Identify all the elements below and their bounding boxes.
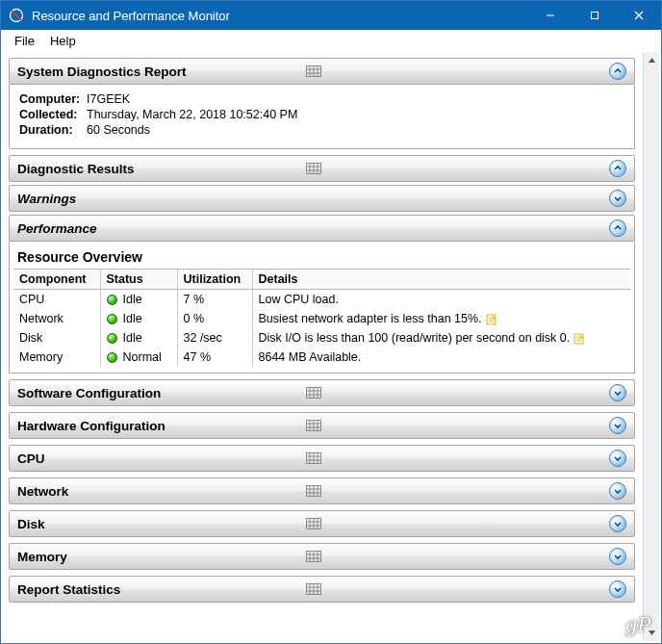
calendar-icon — [306, 65, 321, 77]
meta-row-computer: Computer: I7GEEK — [19, 92, 624, 106]
cell-status: Idle — [100, 290, 177, 310]
vertical-scrollbar[interactable] — [643, 52, 659, 641]
expand-toggle-icon[interactable] — [609, 190, 626, 207]
meta-label: Computer: — [19, 92, 87, 106]
column-header-utilization[interactable]: Utilization — [177, 270, 252, 290]
expand-toggle-icon[interactable] — [609, 450, 626, 467]
scroll-up-button[interactable] — [644, 52, 659, 68]
expand-toggle-icon[interactable] — [609, 482, 626, 500]
maximize-button[interactable] — [573, 1, 617, 30]
note-icon — [486, 314, 497, 325]
title-bar: Resource and Performance Monitor — [1, 1, 661, 30]
cell-details: Low CPU load. — [252, 290, 630, 310]
section-header-disk[interactable]: Disk — [9, 510, 635, 537]
section-title: Warnings — [17, 192, 314, 206]
section-header-network[interactable]: Network — [9, 477, 635, 504]
section-title: Performance — [17, 221, 314, 236]
calendar-icon — [306, 485, 321, 497]
system-diagnostics-body: Computer: I7GEEK Collected: Thursday, Ma… — [9, 85, 635, 149]
section-title: Memory — [17, 550, 306, 564]
section-header-diagnostic-results[interactable]: Diagnostic Results — [9, 155, 635, 182]
calendar-icon — [306, 452, 321, 464]
meta-value: I7GEEK — [87, 92, 130, 106]
calendar-icon — [306, 518, 321, 529]
table-row: NetworkIdle0 %Busiest network adapter is… — [13, 309, 630, 328]
cell-details: 8644 MB Available. — [252, 348, 630, 367]
section-title: Software Configuration — [17, 386, 306, 400]
expand-toggle-icon[interactable] — [609, 548, 626, 565]
cell-status: Idle — [100, 309, 177, 328]
minimize-button[interactable] — [528, 1, 573, 30]
meta-row-collected: Collected: Thursday, March 22, 2018 10:5… — [19, 108, 624, 121]
meta-value: Thursday, March 22, 2018 10:52:40 PM — [87, 108, 297, 121]
cell-utilization: 7 % — [177, 290, 252, 310]
section-header-warnings[interactable]: Warnings — [9, 185, 635, 212]
close-button[interactable] — [617, 1, 661, 30]
status-orb-icon — [107, 352, 117, 363]
collapse-toggle-icon[interactable] — [609, 63, 626, 80]
table-row: MemoryNormal47 %8644 MB Available. — [13, 348, 630, 367]
resource-overview-title: Resource Overview — [17, 249, 630, 265]
collapse-toggle-icon[interactable] — [609, 219, 626, 237]
expand-toggle-icon[interactable] — [609, 580, 626, 598]
section-header-software-configuration[interactable]: Software Configuration — [9, 379, 635, 406]
meta-label: Collected: — [19, 108, 87, 121]
collapse-toggle-icon[interactable] — [609, 160, 626, 177]
cell-component: Network — [13, 309, 100, 328]
expand-toggle-icon[interactable] — [609, 384, 626, 401]
section-header-cpu[interactable]: CPU — [9, 445, 635, 472]
svg-marker-69 — [649, 631, 655, 635]
table-row: DiskIdle32 /secDisk I/O is less than 100… — [13, 328, 630, 348]
cell-component: Disk — [13, 328, 100, 348]
status-orb-icon — [107, 314, 117, 324]
status-orb-icon — [107, 333, 117, 344]
scroll-down-button[interactable] — [644, 625, 659, 641]
app-icon — [9, 8, 24, 23]
cell-utilization: 47 % — [177, 348, 252, 367]
cell-utilization: 32 /sec — [177, 328, 252, 348]
cell-status: Idle — [100, 328, 177, 348]
svg-line-1 — [12, 11, 21, 20]
report-content: System Diagnostics Report Computer: I7GE… — [3, 52, 643, 641]
expand-toggle-icon[interactable] — [609, 515, 626, 532]
status-orb-icon — [107, 295, 117, 305]
calendar-icon — [306, 551, 321, 562]
section-header-hardware-configuration[interactable]: Hardware Configuration — [9, 412, 635, 439]
menu-file[interactable]: File — [7, 32, 42, 50]
note-icon — [573, 333, 585, 345]
svg-rect-3 — [592, 13, 598, 19]
column-header-status[interactable]: Status — [100, 270, 177, 290]
calendar-icon — [306, 163, 321, 174]
resource-overview-table: Component Status Utilization Details CPU… — [13, 269, 630, 367]
section-title: System Diagnostics Report — [17, 64, 306, 79]
meta-value: 60 Seconds — [87, 123, 150, 137]
svg-marker-68 — [649, 58, 655, 63]
section-title: Hardware Configuration — [17, 419, 306, 433]
cell-details: Busiest network adapter is less than 15%… — [252, 309, 630, 328]
calendar-icon — [306, 420, 321, 431]
resource-overview-panel: Resource Overview Component Status Utili… — [9, 242, 635, 374]
calendar-icon — [306, 387, 321, 399]
expand-toggle-icon[interactable] — [609, 417, 626, 434]
section-title: Disk — [17, 517, 306, 531]
cell-details: Disk I/O is less than 100 (read/write) p… — [252, 328, 630, 348]
menu-help[interactable]: Help — [42, 32, 84, 50]
section-header-memory[interactable]: Memory — [9, 543, 635, 570]
calendar-icon — [306, 583, 321, 595]
column-header-component[interactable]: Component — [13, 270, 100, 290]
meta-row-duration: Duration: 60 Seconds — [19, 123, 624, 137]
section-header-system-diagnostics[interactable]: System Diagnostics Report — [9, 58, 635, 85]
menu-bar: File Help — [1, 30, 661, 51]
cell-component: Memory — [13, 348, 100, 367]
section-header-performance[interactable]: Performance — [9, 215, 635, 242]
section-title: Report Statistics — [17, 582, 306, 597]
cell-utilization: 0 % — [177, 309, 252, 328]
table-row: CPUIdle7 %Low CPU load. — [13, 290, 630, 310]
content-area: System Diagnostics Report Computer: I7GE… — [3, 52, 659, 641]
window-title: Resource and Performance Monitor — [32, 9, 528, 23]
column-header-details[interactable]: Details — [252, 270, 630, 290]
section-title: CPU — [17, 451, 306, 466]
meta-label: Duration: — [19, 123, 87, 137]
section-header-report-statistics[interactable]: Report Statistics — [9, 576, 635, 603]
cell-component: CPU — [13, 290, 100, 310]
